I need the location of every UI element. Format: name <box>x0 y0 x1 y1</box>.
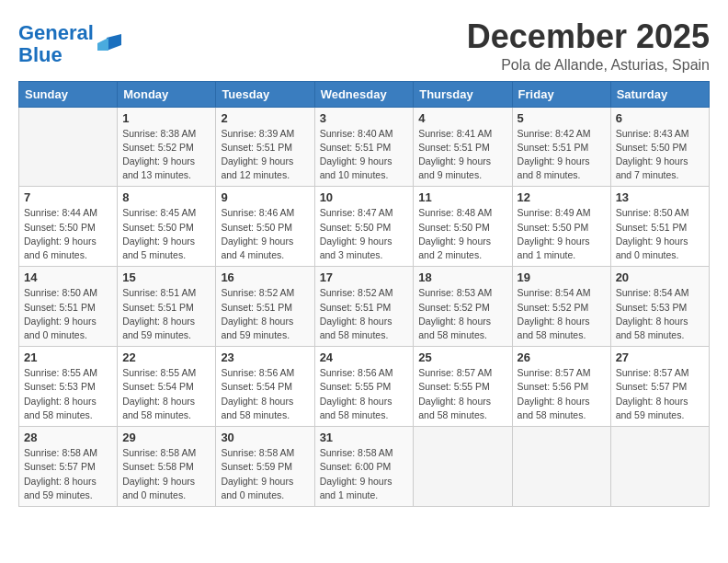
calendar-cell: 23Sunrise: 8:56 AMSunset: 5:54 PMDayligh… <box>216 347 314 427</box>
title-block: December 2025 Pola de Allande, Asturias,… <box>467 18 710 74</box>
day-info: Sunrise: 8:53 AMSunset: 5:52 PMDaylight:… <box>418 286 506 342</box>
day-number: 29 <box>122 431 210 444</box>
calendar-week-5: 28Sunrise: 8:58 AMSunset: 5:57 PMDayligh… <box>19 427 710 507</box>
day-number: 8 <box>122 190 210 204</box>
day-info: Sunrise: 8:57 AMSunset: 5:56 PMDaylight:… <box>518 366 606 422</box>
day-number: 25 <box>418 350 506 364</box>
day-info: Sunrise: 8:38 AMSunset: 5:52 PMDaylight:… <box>122 127 210 183</box>
calendar-cell: 9Sunrise: 8:46 AMSunset: 5:50 PMDaylight… <box>216 187 314 267</box>
calendar-cell: 29Sunrise: 8:58 AMSunset: 5:58 PMDayligh… <box>118 427 216 507</box>
day-number: 17 <box>320 270 409 284</box>
day-number: 11 <box>418 190 506 204</box>
calendar-cell: 17Sunrise: 8:52 AMSunset: 5:51 PMDayligh… <box>314 267 414 347</box>
day-number: 1 <box>122 111 210 125</box>
weekday-header-monday: Monday <box>118 81 216 107</box>
calendar-cell: 1Sunrise: 8:38 AMSunset: 5:52 PMDaylight… <box>118 107 216 187</box>
month-title: December 2025 <box>467 18 710 55</box>
calendar-cell: 25Sunrise: 8:57 AMSunset: 5:55 PMDayligh… <box>414 347 512 427</box>
day-number: 14 <box>24 270 112 284</box>
day-info: Sunrise: 8:56 AMSunset: 5:54 PMDaylight:… <box>221 366 309 422</box>
day-number: 15 <box>122 270 210 284</box>
calendar-week-1: 1Sunrise: 8:38 AMSunset: 5:52 PMDaylight… <box>19 107 710 187</box>
logo-icon <box>96 30 123 58</box>
svg-marker-0 <box>107 34 121 51</box>
calendar-cell: 10Sunrise: 8:47 AMSunset: 5:50 PMDayligh… <box>314 187 414 267</box>
day-number: 19 <box>518 270 606 284</box>
calendar-cell: 12Sunrise: 8:49 AMSunset: 5:50 PMDayligh… <box>512 187 610 267</box>
weekday-header-wednesday: Wednesday <box>314 81 414 107</box>
day-info: Sunrise: 8:44 AMSunset: 5:50 PMDaylight:… <box>24 206 112 262</box>
day-number: 28 <box>24 431 112 444</box>
day-info: Sunrise: 8:58 AMSunset: 5:58 PMDaylight:… <box>122 446 210 502</box>
calendar-cell: 6Sunrise: 8:43 AMSunset: 5:50 PMDaylight… <box>610 107 709 187</box>
day-info: Sunrise: 8:46 AMSunset: 5:50 PMDaylight:… <box>221 206 309 262</box>
calendar-cell <box>610 427 709 507</box>
day-info: Sunrise: 8:54 AMSunset: 5:53 PMDaylight:… <box>616 286 704 342</box>
logo-general: General <box>18 21 94 44</box>
calendar-cell: 18Sunrise: 8:53 AMSunset: 5:52 PMDayligh… <box>414 267 512 347</box>
day-info: Sunrise: 8:50 AMSunset: 5:51 PMDaylight:… <box>616 206 704 262</box>
calendar-body: 1Sunrise: 8:38 AMSunset: 5:52 PMDaylight… <box>19 107 710 506</box>
weekday-header-sunday: Sunday <box>19 81 118 107</box>
calendar-cell: 27Sunrise: 8:57 AMSunset: 5:57 PMDayligh… <box>610 347 709 427</box>
calendar-cell: 5Sunrise: 8:42 AMSunset: 5:51 PMDaylight… <box>512 107 610 187</box>
calendar-cell <box>19 107 118 187</box>
day-info: Sunrise: 8:57 AMSunset: 5:55 PMDaylight:… <box>418 366 506 422</box>
day-number: 6 <box>616 111 704 125</box>
calendar-table: SundayMondayTuesdayWednesdayThursdayFrid… <box>18 81 710 507</box>
calendar-cell: 11Sunrise: 8:48 AMSunset: 5:50 PMDayligh… <box>414 187 512 267</box>
day-info: Sunrise: 8:48 AMSunset: 5:50 PMDaylight:… <box>418 206 506 262</box>
day-info: Sunrise: 8:41 AMSunset: 5:51 PMDaylight:… <box>418 127 506 183</box>
day-info: Sunrise: 8:52 AMSunset: 5:51 PMDaylight:… <box>221 286 309 342</box>
weekday-header-tuesday: Tuesday <box>216 81 314 107</box>
calendar-cell: 19Sunrise: 8:54 AMSunset: 5:52 PMDayligh… <box>512 267 610 347</box>
day-info: Sunrise: 8:56 AMSunset: 5:55 PMDaylight:… <box>320 366 409 422</box>
day-info: Sunrise: 8:39 AMSunset: 5:51 PMDaylight:… <box>221 127 309 183</box>
day-info: Sunrise: 8:51 AMSunset: 5:51 PMDaylight:… <box>122 286 210 342</box>
svg-marker-1 <box>97 38 108 51</box>
day-info: Sunrise: 8:55 AMSunset: 5:53 PMDaylight:… <box>24 366 112 422</box>
calendar-cell: 4Sunrise: 8:41 AMSunset: 5:51 PMDaylight… <box>414 107 512 187</box>
weekday-header-thursday: Thursday <box>414 81 512 107</box>
day-number: 20 <box>616 270 704 284</box>
day-info: Sunrise: 8:54 AMSunset: 5:52 PMDaylight:… <box>518 286 606 342</box>
day-info: Sunrise: 8:58 AMSunset: 5:59 PMDaylight:… <box>221 446 309 502</box>
calendar-cell: 13Sunrise: 8:50 AMSunset: 5:51 PMDayligh… <box>610 187 709 267</box>
day-number: 26 <box>518 350 606 364</box>
day-number: 13 <box>616 190 704 204</box>
calendar-cell: 20Sunrise: 8:54 AMSunset: 5:53 PMDayligh… <box>610 267 709 347</box>
day-number: 23 <box>221 350 309 364</box>
day-number: 2 <box>221 111 309 125</box>
day-info: Sunrise: 8:49 AMSunset: 5:50 PMDaylight:… <box>518 206 606 262</box>
calendar-cell <box>414 427 512 507</box>
weekday-header-saturday: Saturday <box>610 81 709 107</box>
logo-blue: Blue <box>18 43 63 66</box>
day-info: Sunrise: 8:58 AMSunset: 6:00 PMDaylight:… <box>320 446 409 502</box>
calendar-week-4: 21Sunrise: 8:55 AMSunset: 5:53 PMDayligh… <box>19 347 710 427</box>
weekday-header-row: SundayMondayTuesdayWednesdayThursdayFrid… <box>19 81 710 107</box>
day-info: Sunrise: 8:40 AMSunset: 5:51 PMDaylight:… <box>320 127 409 183</box>
day-number: 9 <box>221 190 309 204</box>
day-info: Sunrise: 8:43 AMSunset: 5:50 PMDaylight:… <box>616 127 704 183</box>
day-info: Sunrise: 8:42 AMSunset: 5:51 PMDaylight:… <box>518 127 606 183</box>
day-number: 7 <box>24 190 112 204</box>
calendar-cell: 22Sunrise: 8:55 AMSunset: 5:54 PMDayligh… <box>118 347 216 427</box>
day-info: Sunrise: 8:58 AMSunset: 5:57 PMDaylight:… <box>24 446 112 502</box>
calendar-cell: 30Sunrise: 8:58 AMSunset: 5:59 PMDayligh… <box>216 427 314 507</box>
day-number: 27 <box>616 350 704 364</box>
day-number: 10 <box>320 190 409 204</box>
calendar-cell: 24Sunrise: 8:56 AMSunset: 5:55 PMDayligh… <box>314 347 414 427</box>
page-header: General Blue December 2025 Pola de Allan… <box>18 18 710 74</box>
day-info: Sunrise: 8:55 AMSunset: 5:54 PMDaylight:… <box>122 366 210 422</box>
calendar-cell: 2Sunrise: 8:39 AMSunset: 5:51 PMDaylight… <box>216 107 314 187</box>
calendar-week-2: 7Sunrise: 8:44 AMSunset: 5:50 PMDaylight… <box>19 187 710 267</box>
logo: General Blue <box>18 22 123 66</box>
day-number: 21 <box>24 350 112 364</box>
calendar-cell <box>512 427 610 507</box>
calendar-cell: 7Sunrise: 8:44 AMSunset: 5:50 PMDaylight… <box>19 187 118 267</box>
day-number: 16 <box>221 270 309 284</box>
calendar-cell: 3Sunrise: 8:40 AMSunset: 5:51 PMDaylight… <box>314 107 414 187</box>
calendar-cell: 26Sunrise: 8:57 AMSunset: 5:56 PMDayligh… <box>512 347 610 427</box>
calendar-cell: 8Sunrise: 8:45 AMSunset: 5:50 PMDaylight… <box>118 187 216 267</box>
calendar-cell: 21Sunrise: 8:55 AMSunset: 5:53 PMDayligh… <box>19 347 118 427</box>
